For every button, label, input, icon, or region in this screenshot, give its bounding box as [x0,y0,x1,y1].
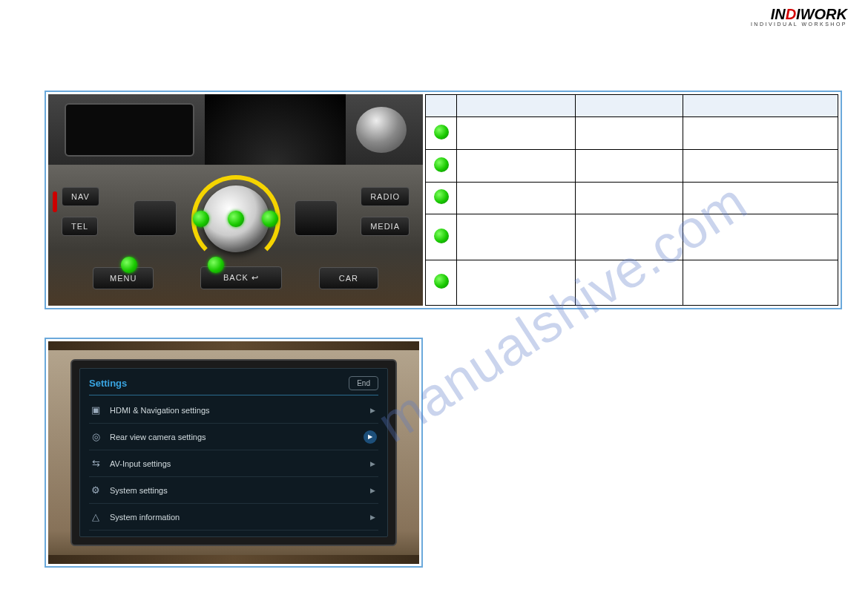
menu-label: System information [110,513,180,522]
gear-icon: ⚙ [89,484,102,497]
table-row [426,182,838,214]
cell [457,182,576,214]
dot-icon [434,229,449,243]
table-row [426,149,838,182]
warning-icon: △ [89,510,102,524]
menu-label: System settings [110,486,168,495]
menu-av-input[interactable]: ⇆ AV-Input settings ▶ [89,450,378,477]
th-marker [426,95,457,117]
control-reference-table [425,94,838,306]
menu-label: Rear view camera settings [110,433,206,441]
marker-knob-right [262,211,278,227]
menu-system-settings[interactable]: ⚙ System settings ▶ [89,477,378,504]
dot-icon [434,274,449,289]
menu-label: HDMI & Navigation settings [110,406,210,415]
route-icon: ⇆ [89,457,102,470]
brand-logo: INDIWORK INDIVIDUAL WORKSHOP [751,6,847,27]
dot-icon [434,189,449,204]
display-bezel: Settings End ▣ HDMI & Navigation setting… [70,359,397,546]
chevron-right-icon: ▶ [370,407,375,414]
mmi-top-row [48,94,423,165]
marker-menu [121,257,137,273]
mmi-button-panel: NAV TEL RADIO MEDIA MENU BACK ↩ CAR [48,165,423,306]
mmi-console-photo: NAV TEL RADIO MEDIA MENU BACK ↩ CAR [48,94,423,306]
dot-icon [434,157,449,172]
mmi-overview-box: NAV TEL RADIO MEDIA MENU BACK ↩ CAR [45,91,842,309]
settings-screen: Settings End ▣ HDMI & Navigation setting… [79,368,388,537]
menu-label: AV-Input settings [110,459,171,468]
marker-knob-press [228,211,244,227]
radio-button: RADIO [361,187,410,206]
marker-back [208,257,224,273]
cell [683,214,838,260]
rocker-left [134,200,177,236]
logo-main: INDIWORK [751,6,847,23]
nav-button: NAV [62,187,99,206]
th-action [576,95,683,117]
cell [683,260,838,305]
menu-system-info[interactable]: △ System information ▶ [89,504,378,531]
cell [576,117,683,150]
cell [576,260,683,305]
camera-icon: ◎ [89,430,102,444]
cell [683,149,838,182]
menu-hdmi-nav[interactable]: ▣ HDMI & Navigation settings ▶ [89,397,378,424]
chevron-right-icon: ▶ [370,460,375,467]
cell [576,214,683,260]
table-header [426,95,838,117]
chevron-right-icon: ▶ [370,487,375,494]
screen-title: Settings [89,378,127,389]
gear-boot [205,94,346,165]
record-indicator-icon [53,191,57,212]
chevron-right-icon: ▶ [370,513,375,521]
logo-sub: INDIVIDUAL WORKSHOP [751,22,847,27]
cell [457,260,576,305]
th-control [457,95,576,117]
dash-surround: Settings End ▣ HDMI & Navigation setting… [48,341,419,564]
marker-knob-left [193,211,209,227]
logo-iwork: IWORK [796,6,847,22]
cell [457,214,576,260]
cell [683,182,838,214]
dot-icon [434,125,449,139]
cell [457,117,576,150]
display-icon: ▣ [89,404,102,417]
table-row [426,214,838,260]
media-button: MEDIA [361,217,410,236]
rocker-right [295,200,338,236]
touchpad [65,103,194,157]
table-row [426,117,838,150]
cell [457,149,576,182]
menu-rear-camera[interactable]: ◎ Rear view camera settings ▶ [89,424,378,450]
logo-in: IN [771,6,786,22]
cell [576,182,683,214]
cell [576,149,683,182]
end-button[interactable]: End [349,376,378,390]
th-desc [683,95,838,117]
volume-knob [356,107,407,153]
screen-header: Settings End [89,376,378,395]
tel-button: TEL [62,217,98,236]
display-photo-box: Settings End ▣ HDMI & Navigation setting… [45,338,423,568]
table-row [426,260,838,305]
logo-d: D [786,6,796,22]
cell [683,117,838,150]
play-circle-icon: ▶ [364,430,377,444]
car-button: CAR [319,267,378,289]
